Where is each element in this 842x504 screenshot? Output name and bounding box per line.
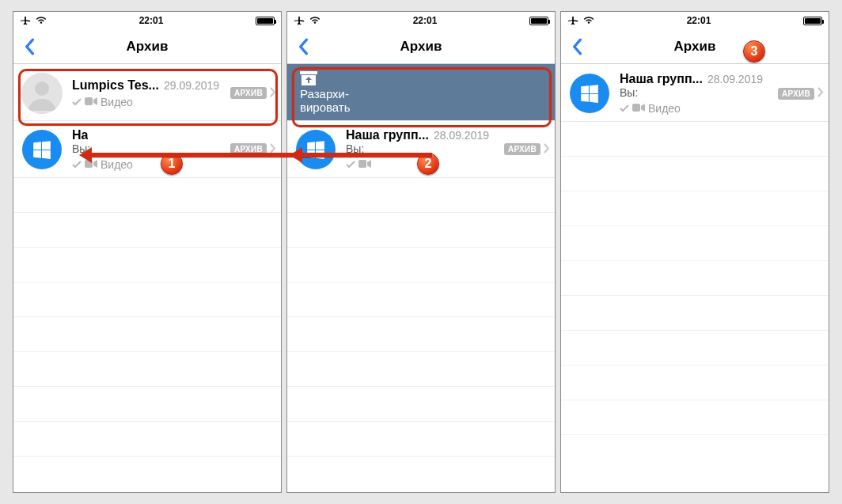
status-time: 22:01 [413, 15, 438, 26]
chat-title: Наша групп... [620, 72, 703, 86]
battery-icon [803, 17, 822, 25]
chat-row[interactable]: Lumpics Tes... 29.09.2019 Видео АРХИВ [13, 64, 281, 121]
status-bar: 22:01 [13, 12, 281, 29]
chat-prefix: Вы: [620, 86, 778, 99]
phone-panel-2: 22:01 Архив Разархи- вировать [286, 11, 556, 493]
chevron-right-icon [270, 142, 276, 157]
check-icon [620, 102, 629, 115]
unarchive-icon [300, 71, 317, 85]
avatar-windows-icon [569, 73, 610, 114]
check-icon [72, 158, 82, 171]
check-icon [346, 158, 355, 171]
chat-row[interactable]: На 28.09.2019 Вы: Видео АРХИВ [13, 121, 281, 178]
step-badge-1: 1 [161, 153, 183, 175]
step-badge-3: 3 [743, 40, 765, 63]
video-icon [85, 158, 97, 171]
chat-subtext: Видео [101, 96, 133, 108]
status-bar: 22:01 [287, 12, 555, 29]
chat-subtext: Видео [101, 158, 133, 171]
video-icon [85, 96, 97, 108]
svg-rect-5 [632, 104, 640, 112]
video-icon [358, 158, 371, 171]
chevron-right-icon [270, 86, 276, 100]
step-badge-2: 2 [417, 153, 439, 175]
svg-rect-2 [85, 97, 93, 105]
unarchive-action[interactable]: Разархи- вировать [287, 64, 555, 120]
wifi-icon [583, 17, 594, 25]
chat-date: 28.09.2019 [707, 73, 763, 85]
battery-icon [256, 17, 275, 25]
page-title: Архив [13, 39, 281, 55]
phone-panel-1: 22:01 Архив Lumpics Tes... 29.09.2019 [13, 11, 282, 493]
svg-point-1 [35, 81, 49, 96]
phone-panel-3: 22:01 Архив Наша групп... 28.09.2019 Вы: [560, 11, 829, 493]
nav-bar: Архив [13, 29, 281, 64]
chat-row[interactable]: Наша групп... 28.09.2019 Вы: Видео АРХИВ [561, 64, 829, 122]
airplane-mode-icon [567, 15, 578, 26]
video-icon [632, 102, 645, 115]
avatar-person-icon [21, 73, 63, 114]
airplane-mode-icon [20, 15, 31, 26]
wifi-icon [36, 17, 47, 25]
chat-title: На [72, 128, 88, 142]
wifi-icon [309, 17, 320, 25]
avatar-windows-icon [21, 129, 63, 170]
status-time: 22:01 [687, 15, 711, 26]
archive-badge: АРХИВ [230, 143, 267, 155]
swipe-action-row[interactable]: Разархи- вировать [287, 64, 555, 121]
status-time: 22:01 [139, 15, 164, 26]
chat-date: 29.09.2019 [164, 79, 219, 92]
svg-rect-4 [358, 160, 366, 168]
nav-bar: Архив [561, 29, 829, 64]
back-button[interactable] [287, 29, 319, 64]
chat-prefix: Вы: [72, 142, 230, 155]
battery-icon [529, 17, 548, 25]
chevron-right-icon [817, 86, 824, 100]
chat-list: Наша групп... 28.09.2019 Вы: Видео АРХИВ [561, 64, 829, 435]
archive-badge: АРХИВ [504, 143, 540, 155]
chat-subtext: Видео [648, 102, 681, 115]
chat-title: Наша групп... [346, 128, 429, 142]
unarchive-label-line1: Разархи- [300, 87, 349, 100]
archive-badge: АРХИВ [778, 88, 814, 100]
nav-bar: Архив [287, 29, 555, 64]
back-button[interactable] [13, 29, 45, 64]
chat-title: Lumpics Tes... [72, 78, 159, 93]
check-icon [72, 96, 82, 108]
back-button[interactable] [561, 29, 593, 64]
svg-rect-3 [85, 160, 93, 168]
chat-list: Разархи- вировать Наша групп... 28.09.20… [287, 64, 555, 457]
archive-badge: АРХИВ [230, 87, 267, 99]
page-title: Архив [561, 39, 829, 55]
chat-list: Lumpics Tes... 29.09.2019 Видео АРХИВ [13, 64, 281, 457]
airplane-mode-icon [294, 15, 305, 26]
avatar-windows-icon [295, 129, 336, 170]
page-title: Архив [287, 39, 555, 55]
status-bar: 22:01 [561, 12, 829, 29]
unarchive-label-line2: вировать [300, 100, 351, 114]
chevron-right-icon [544, 142, 550, 157]
chat-date: 28.09.2019 [434, 129, 489, 142]
